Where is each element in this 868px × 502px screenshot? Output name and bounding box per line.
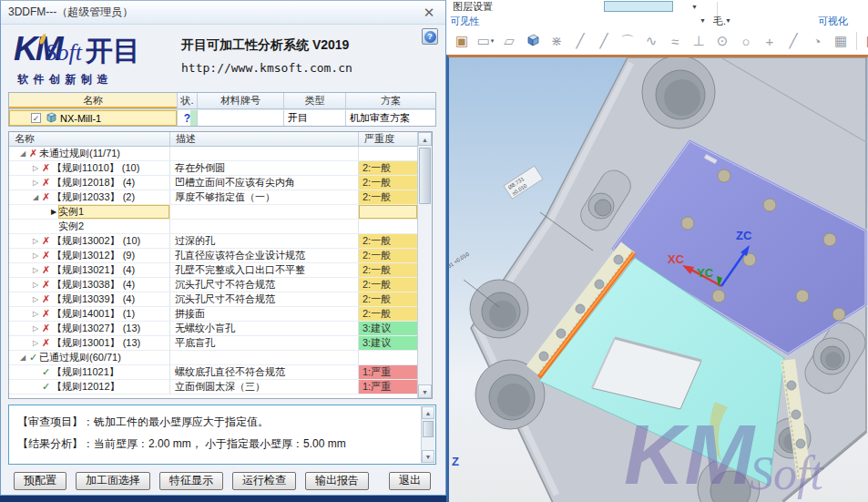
scroll-thumb[interactable] xyxy=(423,421,434,437)
visibility-label[interactable]: 可见性 xyxy=(450,15,480,28)
datum-axis-icon[interactable]: ⊥ xyxy=(687,33,710,49)
chevron-down-icon[interactable]: ▼ xyxy=(725,17,731,24)
layer-combo[interactable] xyxy=(604,1,673,12)
grid-icon[interactable]: ▦ xyxy=(829,33,853,49)
preconfig-button[interactable]: 预配置 xyxy=(14,472,66,490)
summary-column-header[interactable]: 状. xyxy=(178,93,198,109)
rules-column-header[interactable]: 严重度 xyxy=(359,132,418,147)
severity-badge: 1:严重 xyxy=(359,365,418,380)
feature-display-button[interactable]: 特征显示 xyxy=(159,472,223,490)
chevron-down-icon[interactable]: ▼ xyxy=(691,4,698,10)
summary-column-header[interactable]: 方案 xyxy=(346,93,435,109)
output-report-button[interactable]: 输出报告 xyxy=(305,472,369,490)
visualization-label[interactable]: 可视化 xyxy=(818,15,848,28)
machining-face-select-button[interactable]: 加工面选择 xyxy=(76,472,150,490)
arc-icon[interactable]: ⌒ xyxy=(616,33,639,50)
close-icon[interactable]: ✕ xyxy=(420,5,438,21)
rule-row[interactable]: ▷✗【规则13021】 (4)孔壁不完整或入口出口不平整2:一般 xyxy=(9,263,432,278)
rule-row[interactable]: ✓【规则12012】立面倒圆太深（三）1:严重 xyxy=(9,380,432,394)
run-check-button[interactable]: 运行检查 xyxy=(232,472,296,490)
tool-colored-icon[interactable]: ▥ xyxy=(861,33,868,49)
rule-row[interactable]: ▷✗【规则13012】 (9)孔直径应该符合企业设计规范2:一般 xyxy=(9,249,432,263)
circle-center-icon[interactable]: ⊙ xyxy=(710,33,734,49)
tree-expander-icon[interactable]: ▷ xyxy=(31,307,40,321)
rule-row[interactable]: ▷✗【规则13002】 (10)过深的孔2:一般 xyxy=(9,234,432,249)
rule-description xyxy=(170,220,359,234)
rules-column-header[interactable]: 描述 xyxy=(170,132,359,147)
tree-expander-icon[interactable]: ▷ xyxy=(31,278,40,292)
rule-row[interactable]: 实例2 xyxy=(9,220,432,234)
circle-icon[interactable]: ○ xyxy=(734,34,758,49)
scroll-down-icon[interactable]: ▼ xyxy=(418,384,432,398)
shaded-cube-icon[interactable] xyxy=(521,33,545,50)
diagonal-icon[interactable]: ╱ xyxy=(781,33,805,49)
graphics-viewport[interactable]: XC ZC YC xyxy=(446,55,868,502)
rule-description: 拼接面 xyxy=(170,307,359,322)
tree-expander-icon[interactable]: ▷ xyxy=(31,161,40,175)
rules-column-header[interactable]: 名称 xyxy=(9,132,170,147)
exit-button[interactable]: 退出 xyxy=(389,472,431,490)
result-scrollbar[interactable]: ▲ ▼ xyxy=(421,406,434,463)
iso-box-icon[interactable]: ▱ xyxy=(497,33,521,49)
chevron-down-icon[interactable]: ▼ xyxy=(700,17,706,24)
summary-column-header[interactable]: 材料牌号 xyxy=(198,93,284,109)
rule-name: 【规则13001】 (13) xyxy=(52,336,140,350)
rule-row[interactable]: ▷✗【规则11010】 (10)存在外倒圆2:一般 xyxy=(9,161,432,176)
product-title: 开目可加工性分析系统 V2019 xyxy=(181,37,436,54)
rule-row[interactable]: ◢✓已通过规则(60/71) xyxy=(9,351,432,365)
tree-expander-icon[interactable]: ▷ xyxy=(31,234,40,248)
tree-expander-icon[interactable]: ▶ xyxy=(49,205,58,219)
tree-expander-icon[interactable]: ◢ xyxy=(18,351,27,364)
scroll-up-icon[interactable]: ▲ xyxy=(418,132,432,146)
tree-expander-icon[interactable]: ▷ xyxy=(31,176,40,190)
rule-row[interactable]: ▶实例1 xyxy=(9,205,432,220)
tree-expander-icon[interactable]: ◢ xyxy=(31,190,40,204)
summary-data-row[interactable]: ✓ NX-Mill-1 ? 开目 机加审查方案 xyxy=(9,109,435,126)
rule-description: 存在外倒圆 xyxy=(170,161,359,176)
logo-soft: Soft xyxy=(46,39,82,66)
summary-column-header[interactable]: 类型 xyxy=(284,93,346,109)
scroll-thumb[interactable] xyxy=(419,148,431,204)
layer-settings-label[interactable]: 图层设置 xyxy=(453,0,493,14)
dialog-titlebar[interactable]: 3DDFM---（超级管理员） ✕ xyxy=(1,1,445,25)
line-icon[interactable]: ╱ xyxy=(568,33,592,49)
tree-expander-icon[interactable]: ▷ xyxy=(31,292,40,306)
rule-description: 凹槽立面间不应该有尖内角 xyxy=(170,176,359,190)
curve-icon[interactable]: ≈ xyxy=(663,34,687,49)
tree-expander-icon[interactable]: ▷ xyxy=(31,336,40,350)
spline-icon[interactable]: ∿ xyxy=(639,33,663,49)
rule-row[interactable]: ✓【规则11021】螺纹底孔直径不符合规范1:严重 xyxy=(9,365,432,380)
part-checkbox[interactable]: ✓ xyxy=(31,113,41,123)
rule-row[interactable]: ▷✗【规则12018】 (4)凹槽立面间不应该有尖内角2:一般 xyxy=(9,176,432,190)
rules-scrollbar[interactable]: ▲ ▼ xyxy=(417,132,432,398)
face-icon[interactable]: ◔ xyxy=(805,34,829,49)
rule-row[interactable]: ▷✗【规则13039】 (4)沉头孔尺寸不符合规范2:一般 xyxy=(9,292,432,307)
rule-row[interactable]: ▷✗【规则13001】 (13)平底盲孔3:建议 xyxy=(9,336,432,351)
tree-expander-icon[interactable]: ▷ xyxy=(31,249,40,262)
chevron-down-icon[interactable]: ▾ xyxy=(491,37,495,44)
plus-icon[interactable]: + xyxy=(758,34,781,49)
tree-expander-icon[interactable]: ▷ xyxy=(31,322,40,335)
rule-row[interactable]: ◢✗未通过规则(11/71) xyxy=(9,147,432,161)
mini-dropdown-label[interactable]: 毛. xyxy=(713,15,726,28)
rule-row[interactable]: ▷✗【规则13027】 (13)无螺纹小盲孔3:建议 xyxy=(9,322,432,336)
scroll-down-icon[interactable]: ▼ xyxy=(422,450,434,463)
rule-row[interactable]: ◢✗【规则12033】 (2)厚度不够指定值（一）2:一般 xyxy=(9,190,432,205)
line2-icon[interactable]: ╱ xyxy=(592,33,616,49)
tree-expander-icon[interactable]: ▷ xyxy=(31,263,40,277)
rule-row[interactable]: ▷✗【规则13038】 (4)沉头孔尺寸不符合规范2:一般 xyxy=(9,278,432,292)
move-icon[interactable]: ⋇ xyxy=(545,33,568,49)
tool-partial-icon[interactable]: ▣ xyxy=(450,33,474,49)
tree-expander-icon[interactable]: ◢ xyxy=(18,147,27,160)
summary-column-header[interactable]: 名称 xyxy=(9,93,178,109)
fail-x-icon: ✗ xyxy=(40,161,52,175)
rule-name: 【规则13021】 (4) xyxy=(52,263,135,277)
fail-x-icon: ✗ xyxy=(40,249,52,262)
rule-description: 厚度不够指定值（一） xyxy=(170,190,359,205)
select-rect-icon[interactable]: ▭▾ xyxy=(474,33,497,49)
scroll-up-icon[interactable]: ▲ xyxy=(422,406,434,419)
rule-row[interactable]: ▷✗【规则14001】 (1)拼接面2:一般 xyxy=(9,307,432,322)
toolbar-separator xyxy=(856,32,857,50)
product-url: http://www.kmsoft.com.cn xyxy=(181,61,436,75)
pass-check-icon: ✓ xyxy=(27,351,39,364)
